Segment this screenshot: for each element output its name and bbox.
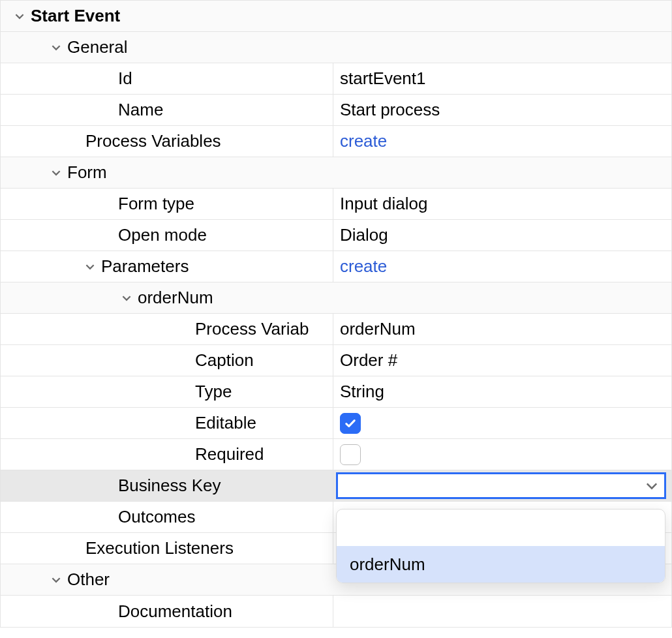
group-header-form[interactable]: Form bbox=[1, 157, 671, 189]
property-label: Execution Listeners bbox=[85, 538, 234, 558]
property-row-caption[interactable]: Caption Order # bbox=[1, 345, 671, 376]
property-row-editable[interactable]: Editable bbox=[1, 408, 671, 439]
property-value-open-mode[interactable]: Dialog bbox=[333, 220, 671, 251]
property-label: Documentation bbox=[118, 601, 232, 622]
property-label: Caption bbox=[195, 350, 254, 371]
property-label: Editable bbox=[195, 413, 256, 433]
property-label: Open mode bbox=[118, 225, 207, 245]
dropdown-option-empty[interactable] bbox=[337, 509, 665, 546]
section-title: Start Event bbox=[31, 6, 120, 26]
section-header-start-event[interactable]: Start Event bbox=[1, 1, 671, 32]
property-row-required[interactable]: Required bbox=[1, 439, 671, 470]
property-row-type[interactable]: Type String bbox=[1, 376, 671, 408]
property-row-id[interactable]: Id startEvent1 bbox=[1, 63, 671, 95]
property-row-open-mode[interactable]: Open mode Dialog bbox=[1, 220, 671, 251]
property-value-caption[interactable]: Order # bbox=[333, 345, 671, 376]
required-checkbox[interactable] bbox=[340, 444, 361, 465]
property-value-type[interactable]: String bbox=[333, 376, 671, 407]
business-key-combobox[interactable] bbox=[336, 472, 666, 499]
property-row-documentation[interactable]: Documentation bbox=[1, 596, 671, 627]
property-label: Required bbox=[195, 444, 264, 464]
chevron-down-icon bbox=[121, 292, 132, 304]
property-label: Type bbox=[195, 382, 232, 402]
group-title: Form bbox=[67, 162, 107, 183]
create-link[interactable]: create bbox=[340, 256, 387, 277]
chevron-down-icon bbox=[646, 480, 658, 492]
business-key-dropdown: orderNum bbox=[336, 509, 665, 583]
property-label: Business Key bbox=[118, 476, 221, 496]
group-title: Other bbox=[67, 570, 110, 590]
chevron-down-icon bbox=[84, 261, 96, 273]
property-row-parameters[interactable]: Parameters create bbox=[1, 251, 671, 282]
property-row-business-key[interactable]: Business Key bbox=[1, 470, 671, 502]
property-value-process-variable[interactable]: orderNum bbox=[333, 314, 671, 344]
property-label: Id bbox=[118, 68, 132, 89]
editable-checkbox[interactable] bbox=[340, 413, 361, 434]
property-label: Parameters bbox=[101, 256, 189, 277]
property-value-form-type[interactable]: Input dialog bbox=[333, 189, 671, 219]
property-label: Process Variab bbox=[195, 319, 309, 339]
group-header-general[interactable]: General bbox=[1, 32, 671, 63]
property-label: Form type bbox=[118, 194, 194, 214]
property-row-form-type[interactable]: Form type Input dialog bbox=[1, 189, 671, 220]
param-header-ordernum[interactable]: orderNum bbox=[1, 282, 671, 314]
param-name: orderNum bbox=[138, 288, 213, 308]
property-value-name[interactable]: Start process bbox=[333, 95, 671, 125]
chevron-down-icon bbox=[14, 10, 25, 22]
property-value-id[interactable]: startEvent1 bbox=[333, 63, 671, 94]
dropdown-option-ordernum[interactable]: orderNum bbox=[337, 546, 665, 583]
property-label: Outcomes bbox=[118, 507, 196, 527]
property-label: Name bbox=[118, 100, 163, 120]
group-title: General bbox=[67, 37, 128, 57]
chevron-down-icon bbox=[50, 167, 62, 179]
create-link[interactable]: create bbox=[340, 131, 387, 151]
property-row-process-variable[interactable]: Process Variab orderNum bbox=[1, 314, 671, 345]
chevron-down-icon bbox=[50, 42, 62, 53]
property-value-documentation[interactable] bbox=[333, 596, 671, 627]
chevron-down-icon bbox=[50, 574, 62, 586]
property-row-name[interactable]: Name Start process bbox=[1, 95, 671, 126]
property-row-process-variables[interactable]: Process Variables create bbox=[1, 126, 671, 157]
property-label: Process Variables bbox=[85, 131, 221, 151]
